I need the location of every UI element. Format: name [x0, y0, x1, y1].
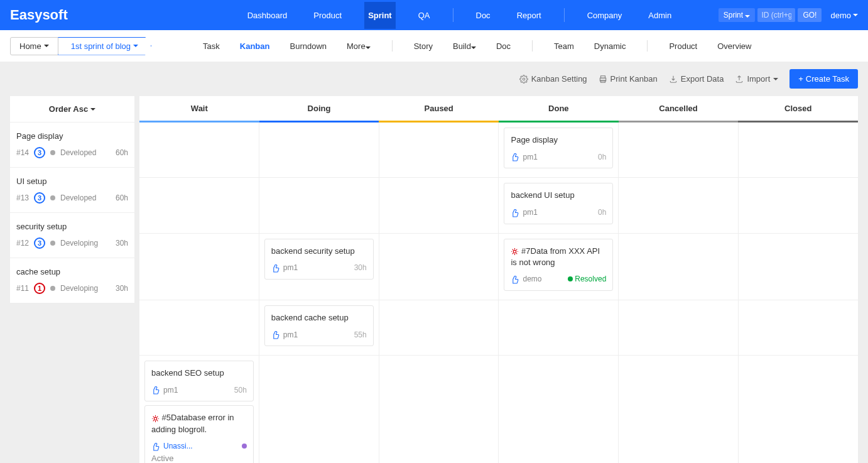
- story-hours: 60h: [116, 148, 128, 157]
- breadcrumb-home[interactable]: Home: [10, 37, 58, 55]
- thumb-icon: [511, 152, 519, 161]
- nav-admin[interactable]: Admin: [644, 2, 675, 29]
- kanban-card[interactable]: #5Database error in adding blogroll.Unas…: [144, 405, 254, 463]
- story-row[interactable]: UI setup#133Developed60h: [10, 168, 134, 213]
- subnav-more[interactable]: More: [345, 39, 372, 53]
- story-id: #13: [16, 193, 29, 202]
- status-dot: [50, 195, 55, 200]
- card-hours: 30h: [354, 263, 367, 272]
- lane-cell-cancelled[interactable]: [619, 123, 739, 177]
- card-hours: 0h: [598, 153, 606, 161]
- kanban-board: Order Asc Page display#143Developed60hUI…: [0, 96, 868, 463]
- kanban-card[interactable]: backend SEO setuppm150h: [144, 361, 254, 401]
- story-row[interactable]: cache setup#111Developing30h: [10, 258, 134, 303]
- kanban-card[interactable]: backend UI setuppm10h: [504, 183, 613, 224]
- nav-company[interactable]: Company: [583, 2, 626, 29]
- lane-cell-done[interactable]: #7Data from XXX API is not wrongdemo Res…: [499, 234, 619, 300]
- lane-cell-cancelled[interactable]: [619, 300, 739, 355]
- breadcrumb-sprint[interactable]: 1st sprint of blog: [58, 37, 151, 55]
- card-title: backend security setup: [271, 246, 367, 257]
- lane-cell-doing[interactable]: backend security setuppm130h: [259, 234, 379, 300]
- lane-cell-paused[interactable]: [379, 123, 499, 177]
- nav-doc[interactable]: Doc: [472, 2, 494, 29]
- kanban-setting-link[interactable]: Kanban Setting: [519, 74, 587, 84]
- lane-cell-cancelled[interactable]: [619, 178, 739, 232]
- lane-cell-closed[interactable]: [739, 356, 858, 463]
- lane-cell-doing[interactable]: [259, 178, 379, 232]
- subnav-task[interactable]: Task: [202, 39, 221, 53]
- lane-cell-doing[interactable]: backend cache setuppm155h: [259, 300, 379, 355]
- priority-badge: 3: [34, 192, 45, 204]
- chevron-down-icon: [773, 78, 778, 80]
- subnav-kanban[interactable]: Kanban: [239, 39, 271, 53]
- lane-cell-paused[interactable]: [379, 356, 499, 463]
- card-hours: 0h: [598, 208, 606, 217]
- kanban-card[interactable]: backend cache setuppm155h: [264, 305, 374, 346]
- chevron-down-icon: [853, 14, 858, 16]
- subnav-product[interactable]: Product: [668, 39, 698, 53]
- create-task-button[interactable]: +Create Task: [789, 69, 858, 89]
- card-footer: pm150h: [151, 385, 247, 395]
- lane-cell-done[interactable]: [499, 300, 619, 355]
- card-footer: pm130h: [271, 263, 367, 273]
- lane-cell-closed[interactable]: [739, 123, 858, 177]
- lane-header-cancelled: Cancelled: [619, 96, 739, 123]
- status-dot: [50, 150, 55, 155]
- subnav-story[interactable]: Story: [413, 39, 434, 53]
- story-row[interactable]: Page display#143Developed60h: [10, 123, 134, 168]
- download-icon: [669, 75, 678, 84]
- kanban-card[interactable]: #7Data from XXX API is not wrongdemo Res…: [504, 239, 613, 291]
- nav-sprint[interactable]: Sprint: [364, 2, 396, 29]
- lane-cell-closed[interactable]: [739, 234, 858, 300]
- lane-cell-wait[interactable]: backend SEO setuppm150h #5Database error…: [139, 356, 259, 463]
- lane-cell-done[interactable]: [499, 356, 619, 463]
- go-button[interactable]: GO!: [798, 8, 822, 22]
- story-hours: 30h: [116, 284, 128, 293]
- lane-cell-paused[interactable]: [379, 178, 499, 232]
- lane-header-doing: Doing: [259, 96, 379, 123]
- chevron-down-icon: [745, 15, 750, 18]
- top-menu: Dashboard Product Sprint QA Doc Report C…: [244, 2, 719, 29]
- export-link[interactable]: Export Data: [669, 74, 724, 84]
- chevron-down-icon: [366, 46, 371, 49]
- sort-button[interactable]: Order Asc: [10, 96, 134, 123]
- lane-cell-paused[interactable]: [379, 300, 499, 355]
- nav-report[interactable]: Report: [513, 2, 545, 29]
- search-input[interactable]: [757, 8, 795, 22]
- subnav-build[interactable]: Build: [452, 39, 477, 53]
- import-link[interactable]: Import: [735, 74, 778, 84]
- upload-icon: [735, 75, 744, 84]
- lane-cell-wait[interactable]: [139, 300, 259, 355]
- lane-cell-closed[interactable]: [739, 300, 858, 355]
- lane-cell-cancelled[interactable]: [619, 234, 739, 300]
- nav-dashboard[interactable]: Dashboard: [244, 2, 291, 29]
- lane-cell-wait[interactable]: [139, 123, 259, 177]
- print-link[interactable]: Print Kanban: [599, 74, 658, 84]
- subnav-dynamic[interactable]: Dynamic: [593, 39, 627, 53]
- lane-cell-wait[interactable]: [139, 234, 259, 300]
- thumb-icon: [151, 442, 160, 451]
- lane-cell-done[interactable]: Page displaypm10h: [499, 123, 619, 177]
- subnav-overview[interactable]: Overview: [716, 39, 752, 53]
- subnav-doc[interactable]: Doc: [495, 39, 512, 53]
- subnav-burndown[interactable]: Burndown: [288, 39, 328, 53]
- thumb-icon: [511, 207, 519, 217]
- lane-cell-cancelled[interactable]: [619, 356, 739, 463]
- card-user: demo: [523, 275, 541, 283]
- lane-cell-paused[interactable]: [379, 234, 499, 300]
- user-menu[interactable]: demo: [830, 11, 858, 20]
- scope-select[interactable]: Sprint: [719, 8, 756, 22]
- lane-cell-closed[interactable]: [739, 178, 858, 232]
- kanban-card[interactable]: Page displaypm10h: [504, 128, 613, 168]
- lane-cell-wait[interactable]: [139, 178, 259, 232]
- nav-product[interactable]: Product: [310, 2, 345, 29]
- lane-cell-doing[interactable]: [259, 123, 379, 177]
- nav-qa[interactable]: QA: [415, 2, 434, 29]
- subnav-team[interactable]: Team: [553, 39, 575, 53]
- story-row[interactable]: security setup#123Developing30h: [10, 213, 134, 258]
- story-title: cache setup: [16, 267, 128, 276]
- lane-cell-doing[interactable]: [259, 356, 379, 463]
- lane-cell-done[interactable]: backend UI setuppm10h: [499, 178, 619, 232]
- kanban-card[interactable]: backend security setuppm130h: [264, 239, 374, 280]
- story-status: Developed: [60, 193, 96, 202]
